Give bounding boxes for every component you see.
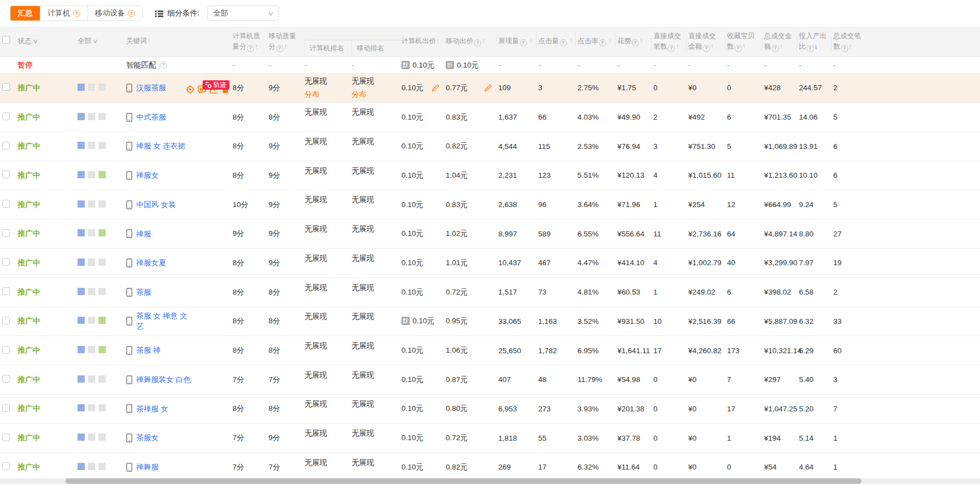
col-header-all[interactable]: 全部 (63, 36, 112, 47)
help-icon[interactable] (474, 39, 481, 47)
keyword-link[interactable]: 茶禅服 女 (136, 404, 168, 415)
col-header-impressions[interactable]: 展现量 (498, 36, 538, 47)
edit-mobile-bid-icon[interactable] (484, 84, 492, 91)
col-header-direct-orders[interactable]: 直接成交笔数 (653, 31, 688, 53)
help-icon[interactable] (807, 45, 814, 52)
keyword-link[interactable]: 中式茶服 (136, 112, 166, 123)
row-checkbox[interactable] (2, 375, 10, 383)
help-icon[interactable] (276, 45, 283, 52)
sort-asc-icon[interactable] (482, 37, 485, 45)
col-header-keyword[interactable]: 关键词 (112, 36, 233, 47)
row-checkbox[interactable] (2, 142, 10, 149)
tab-computer[interactable]: 计算机 (40, 6, 87, 20)
keyword-link[interactable]: 禅服 (136, 229, 151, 240)
row-checkbox[interactable] (2, 317, 10, 324)
help-icon[interactable] (735, 45, 742, 52)
help-icon[interactable] (599, 39, 606, 47)
distribution-link[interactable]: 分布 (352, 88, 397, 101)
col-header-pc-quality[interactable]: 计算机质量分 (233, 31, 269, 53)
col-header-pc-rank[interactable]: 计算机排名 (305, 40, 352, 56)
keyword-link[interactable]: 禅服女 (136, 170, 159, 181)
ctr-value: 3.93% (577, 405, 617, 413)
row-checkbox[interactable] (2, 346, 10, 354)
keyword-link[interactable]: 茶服女 (136, 432, 159, 443)
sort-asc-icon[interactable] (569, 37, 572, 45)
col-header-cost[interactable]: 花费 (617, 36, 653, 47)
keyword-link[interactable]: 中国风 女装 (136, 199, 176, 210)
keyword-link[interactable]: 茶服 禅 (136, 345, 161, 356)
target-icon[interactable] (186, 85, 194, 94)
row-checkbox[interactable] (2, 287, 10, 295)
keyword-link[interactable]: 禅服女夏 (136, 257, 166, 269)
keyword-link[interactable]: 禅舞服 (136, 462, 159, 473)
help-icon[interactable] (668, 45, 675, 52)
roi-value: 7.97 (799, 259, 833, 267)
help-icon[interactable] (73, 10, 80, 17)
col-header-roi[interactable]: 投入产出比 (799, 31, 833, 53)
pc-bid-value: 0.10元 (401, 346, 424, 354)
sort-asc-icon[interactable] (710, 43, 714, 50)
col-header-direct-amount[interactable]: 直接成交金额 (688, 31, 727, 53)
sort-asc-icon[interactable] (284, 43, 287, 50)
row-checkbox[interactable] (2, 171, 10, 178)
col-header-mobile-bid[interactable]: 移动出价 (446, 36, 498, 47)
col-header-clicks[interactable]: 点击量 (538, 36, 577, 47)
row-checkbox[interactable] (2, 200, 10, 208)
col-header-total-orders[interactable]: 总成交笔数 (833, 31, 869, 53)
col-header-pc-bid[interactable]: 计算机出价 (401, 36, 446, 47)
mobile-quality-score: 9分 (269, 229, 305, 239)
col-header-favorites[interactable]: 收藏宝贝数 (727, 31, 764, 53)
row-checkbox[interactable] (2, 462, 10, 470)
row-checkbox[interactable] (2, 258, 10, 266)
sort-asc-icon[interactable] (742, 43, 746, 50)
keyword-link[interactable]: 汉服茶服 (136, 82, 166, 94)
mobile-phone-icon (126, 346, 132, 355)
col-header-mobile-rank[interactable]: 移动排名 (352, 40, 401, 56)
row-checkbox[interactable] (2, 434, 10, 441)
distribution-link[interactable]: 分布 (305, 88, 347, 101)
roi-value: 8.80 (799, 230, 833, 238)
row-checkbox[interactable] (2, 229, 10, 237)
help-icon[interactable] (160, 61, 167, 69)
sort-asc-icon[interactable] (147, 37, 151, 45)
keyword-link[interactable]: 茶服 女 禅意 文艺 (136, 311, 192, 332)
col-header-ctr[interactable]: 点击率 (577, 36, 617, 47)
segment-filter-dropdown[interactable]: 全部 (207, 6, 279, 21)
sort-asc-icon[interactable] (780, 43, 783, 50)
track-badge[interactable]: 轨迹 (203, 80, 229, 90)
sort-asc-icon[interactable] (639, 37, 643, 45)
sort-desc-icon-active[interactable] (814, 43, 818, 50)
row-checkbox[interactable] (2, 112, 10, 120)
row-checkbox[interactable] (2, 404, 10, 412)
keyword-link[interactable]: 禅服 女 连衣裙 (136, 141, 185, 152)
keyword-link[interactable]: 禅舞服装女 白色 (136, 374, 190, 385)
col-header-mobile-quality[interactable]: 移动质量分 (269, 31, 305, 53)
col-header-total-amount[interactable]: 总成交金额 (764, 31, 799, 53)
direct-amount-value: ¥249.02 (688, 288, 727, 296)
tab-summary[interactable]: 汇总 (11, 6, 40, 20)
select-all-checkbox[interactable] (2, 36, 10, 44)
sort-asc-icon[interactable] (849, 43, 852, 50)
help-icon[interactable] (632, 39, 639, 47)
help-icon[interactable] (560, 39, 567, 47)
help-icon[interactable] (772, 45, 779, 52)
help-icon[interactable] (520, 39, 527, 47)
impressions-value: 25,650 (498, 347, 538, 355)
sort-asc-icon[interactable] (255, 43, 258, 50)
keyword-link[interactable]: 茶服 (136, 287, 151, 298)
help-icon[interactable] (703, 45, 710, 52)
help-icon[interactable] (841, 45, 848, 52)
tab-mobile-device[interactable]: 移动设备 (87, 6, 142, 20)
row-checkbox[interactable] (2, 83, 10, 91)
direct-orders-value: 1 (653, 200, 688, 209)
edit-pc-bid-icon[interactable] (432, 84, 439, 91)
help-icon[interactable] (247, 45, 254, 52)
sort-asc-icon[interactable] (675, 43, 679, 50)
sort-asc-icon[interactable] (436, 37, 440, 45)
sort-asc-icon[interactable] (529, 37, 533, 45)
impressions-value: 269 (498, 463, 538, 471)
col-header-status[interactable]: 状态 (17, 36, 63, 47)
sort-asc-icon[interactable] (608, 37, 612, 45)
horizontal-scrollbar-thumb[interactable] (65, 478, 862, 484)
help-icon[interactable] (128, 10, 135, 17)
